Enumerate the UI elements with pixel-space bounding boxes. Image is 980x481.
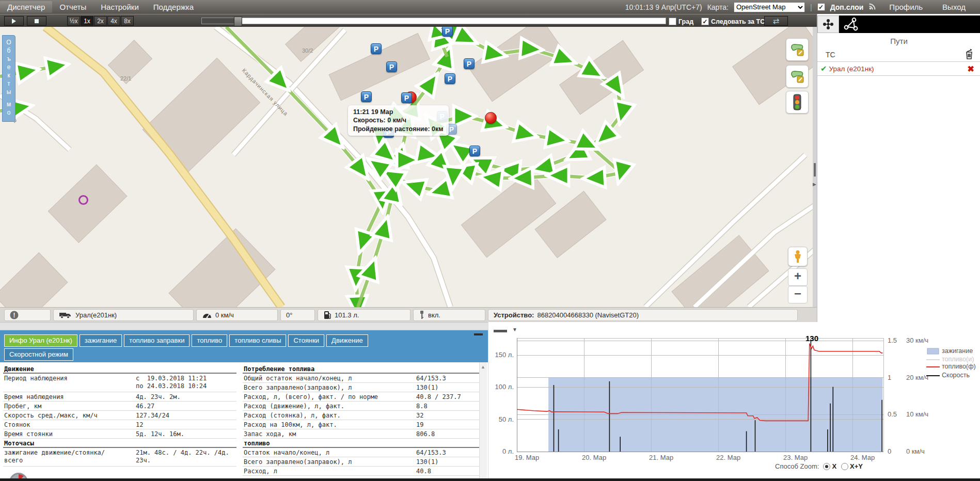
- close-icon[interactable]: ✖: [968, 64, 974, 74]
- speed-4x[interactable]: 4x: [107, 16, 120, 26]
- status-segment: 101.3 л.: [318, 309, 410, 321]
- legend-label-зажигание[interactable]: зажигание: [942, 347, 973, 355]
- tab-зажигание[interactable]: зажигание: [80, 334, 122, 347]
- tab-топливо заправки[interactable]: топливо заправки: [124, 334, 189, 347]
- key-icon: [419, 310, 425, 320]
- street-view-button[interactable]: [788, 247, 808, 266]
- map-canvas[interactable]: Кардачинская улица я улица 30/222/1 Объе…: [0, 27, 817, 307]
- building-label: 30/2: [302, 47, 313, 54]
- objects-panel-tab[interactable]: Объекты мо: [2, 35, 15, 122]
- y-right-speed-tick: 10 км/ч: [906, 410, 928, 418]
- route-icon: [823, 19, 834, 30]
- x-axis-tick: 19. Мар: [515, 454, 539, 461]
- parking-marker[interactable]: P: [361, 91, 372, 102]
- sidebar-tabs: [817, 15, 980, 33]
- scroll-up-icon[interactable]: ▲: [481, 364, 485, 370]
- tab-Стоянки[interactable]: Стоянки: [288, 334, 324, 347]
- draw-zone-button[interactable]: [786, 38, 809, 61]
- tab-route-tools[interactable]: [817, 15, 839, 33]
- row-label: Пробег, км: [3, 402, 236, 410]
- zoom-radio-label-X+Y[interactable]: X+Y: [850, 462, 863, 470]
- chart-collapse-button[interactable]: [494, 330, 507, 332]
- track-point-tooltip: 11:21 19 Мар Скорость: 0 км/ч Пройденное…: [348, 105, 449, 136]
- table-row: топливо: [243, 439, 479, 448]
- stop-button[interactable]: [27, 16, 46, 26]
- legend-label-топливо(и)[interactable]: топливо(и): [942, 356, 974, 363]
- parking-marker[interactable]: P: [445, 73, 455, 84]
- menu-item-Диспетчер[interactable]: Диспетчер: [0, 1, 52, 13]
- y-right-ratio-tick: 1: [888, 374, 891, 381]
- y-left-tick: 150 л.: [495, 351, 514, 359]
- legend-label-топливо(ф)[interactable]: топливо(ф): [942, 363, 976, 370]
- follow-checkbox[interactable]: ✓: [701, 18, 709, 25]
- tab-paths-active[interactable]: [839, 15, 980, 33]
- tab-Скоростной режим[interactable]: Скоростной режим: [4, 348, 73, 361]
- grad-checkbox[interactable]: [669, 18, 676, 25]
- tab-топливо[interactable]: топливо: [192, 334, 227, 347]
- layers-checkbox[interactable]: ✓: [817, 3, 825, 11]
- play-button[interactable]: [4, 16, 24, 26]
- x-axis-tick: 21. Мар: [649, 454, 673, 461]
- timeline-handle[interactable]: [234, 17, 242, 26]
- parking-marker[interactable]: P: [442, 27, 453, 37]
- tab-топливо сливы[interactable]: топливо сливы: [229, 334, 286, 347]
- zoom-radio-X+Y[interactable]: [841, 463, 848, 470]
- legend-label-Скорость[interactable]: Скорость: [942, 372, 970, 379]
- follow-toggle[interactable]: ✓ Следовать за ТС: [701, 18, 765, 25]
- parking-marker[interactable]: P: [469, 146, 480, 156]
- table-scrollbar[interactable]: ▲: [479, 362, 487, 478]
- profile-link[interactable]: Профиль: [882, 1, 930, 13]
- vehicle-name[interactable]: Урал (е201нк): [829, 65, 874, 73]
- splitter-arrow-icon: ▶: [813, 182, 816, 187]
- chart-caret-icon[interactable]: ▼: [512, 327, 517, 332]
- traffic-light-button[interactable]: [786, 91, 809, 114]
- speed-8x[interactable]: 8x: [121, 16, 134, 26]
- tab-Движение[interactable]: Движение: [326, 334, 368, 347]
- rss-icon[interactable]: [868, 2, 877, 12]
- row-label: Расход (стоянка), л, факт.: [243, 411, 479, 420]
- speed-½x[interactable]: ½x: [67, 16, 80, 26]
- grad-toggle[interactable]: Град: [669, 18, 693, 25]
- horizontal-splitter[interactable]: [0, 322, 488, 330]
- table-row: Время наблюдения4д. 23ч. 2м.: [3, 392, 236, 402]
- panel-minimize-button[interactable]: [474, 333, 483, 335]
- tooltip-speed: Скорость: 0 км/ч: [353, 116, 444, 124]
- speed-2x[interactable]: 2x: [94, 16, 107, 26]
- swap-route-button[interactable]: ⇄: [764, 16, 788, 26]
- splitter-grip[interactable]: [814, 163, 816, 177]
- speed-1x[interactable]: 1x: [81, 16, 93, 26]
- event-balloon-marker[interactable]: [485, 112, 497, 124]
- zoom-radio-label-X[interactable]: X: [832, 462, 836, 470]
- table-row: Расход, л, (всего), факт. / по норме40.8…: [243, 392, 479, 402]
- timeline-slider[interactable]: [201, 18, 666, 24]
- timeline-progress: [202, 18, 236, 24]
- zoom-radio-X[interactable]: [823, 463, 830, 470]
- tc-header: ТС: [826, 51, 835, 59]
- table-row: Моточасы: [3, 439, 236, 448]
- logout-link[interactable]: Выход: [935, 1, 973, 13]
- objects-tab-label2: мо: [6, 101, 12, 117]
- parking-marker[interactable]: P: [401, 92, 412, 103]
- zoom-in-button[interactable]: +: [788, 268, 808, 286]
- svg-text:!: !: [13, 311, 15, 318]
- parking-marker[interactable]: P: [464, 58, 475, 69]
- parking-marker[interactable]: P: [371, 43, 382, 54]
- trash-icon[interactable]: [964, 49, 974, 61]
- edit-zone-button[interactable]: [786, 65, 809, 88]
- main-menu: ДиспетчерОтчетыНастройкиПоддержка: [0, 1, 201, 13]
- menu-item-Настройки[interactable]: Настройки: [93, 1, 146, 13]
- menu-item-Отчеты[interactable]: Отчеты: [52, 1, 93, 13]
- tab-Инфо Урал (е201нк)[interactable]: Инфо Урал (е201нк): [4, 334, 77, 347]
- sidebar-splitter[interactable]: ▶: [813, 27, 817, 307]
- table-row: Общий остаток начало/конец, л64/153.3: [243, 374, 479, 383]
- fuel-speed-chart[interactable]: 1300 л.50 л.100 л.150 л.00.511.50 км/ч10…: [488, 322, 980, 478]
- vehicle-list-item[interactable]: ✔ Урал (е201нк) ✖: [817, 62, 980, 76]
- vehicle-status-bar: !Урал(е201нк)0 км/ч0°101.3 л.вкл.Устройс…: [0, 307, 817, 322]
- parking-marker[interactable]: P: [386, 61, 397, 72]
- sidebar-title: Пути: [817, 37, 980, 45]
- check-icon: ✔: [820, 64, 827, 73]
- menu-item-Поддержка[interactable]: Поддержка: [146, 1, 201, 13]
- row-value: 64/153.3: [416, 449, 446, 457]
- zoom-out-button[interactable]: −: [788, 286, 808, 303]
- map-provider-select[interactable]: OpenStreet Map: [734, 2, 805, 12]
